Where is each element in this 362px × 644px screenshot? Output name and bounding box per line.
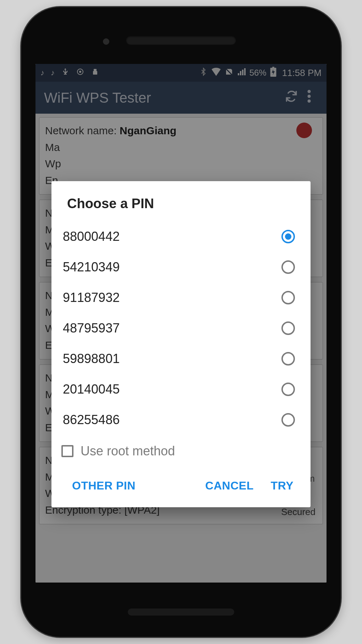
dialog-title: Choose a PIN [51, 181, 311, 221]
other-pin-button[interactable]: OTHER PIN [66, 476, 142, 496]
phone-speaker-bottom [128, 608, 234, 616]
radio-unselected[interactable] [281, 260, 295, 274]
pin-value: 86255486 [63, 412, 120, 427]
pin-option[interactable]: 54210349 [51, 252, 311, 282]
phone-sensor [103, 38, 109, 45]
pin-option[interactable]: 59898801 [51, 343, 311, 374]
radio-unselected[interactable] [281, 321, 295, 335]
use-root-label: Use root method [81, 444, 175, 459]
radio-unselected[interactable] [281, 291, 295, 304]
pin-option[interactable]: 86255486 [51, 405, 311, 435]
pin-value: 54210349 [63, 260, 120, 275]
radio-unselected[interactable] [281, 413, 295, 427]
pin-value: 91187932 [63, 290, 120, 305]
pin-value: 48795937 [63, 321, 120, 336]
pin-value: 59898801 [63, 351, 120, 366]
try-button[interactable]: TRY [264, 476, 300, 496]
pin-option[interactable]: 91187932 [51, 282, 311, 313]
cancel-button[interactable]: CANCEL [199, 476, 260, 496]
dialog-button-bar: OTHER PIN CANCEL TRY [51, 469, 311, 505]
pin-option[interactable]: 48795937 [51, 313, 311, 343]
pin-option[interactable]: 88000442 [51, 221, 311, 252]
screen: ♪ ♪ [35, 64, 327, 583]
checkbox-unchecked[interactable] [61, 445, 73, 457]
phone-speaker-top [126, 36, 236, 45]
choose-pin-dialog: Choose a PIN 88000442 54210349 91187932 … [51, 181, 311, 507]
pin-value: 88000442 [63, 229, 120, 244]
radio-unselected[interactable] [281, 352, 295, 366]
use-root-checkbox-row[interactable]: Use root method [51, 435, 311, 469]
radio-unselected[interactable] [281, 383, 295, 396]
pin-value: 20140045 [63, 382, 120, 397]
phone-frame: ♪ ♪ [21, 7, 341, 637]
pin-option[interactable]: 20140045 [51, 374, 311, 405]
radio-selected[interactable] [281, 230, 295, 243]
